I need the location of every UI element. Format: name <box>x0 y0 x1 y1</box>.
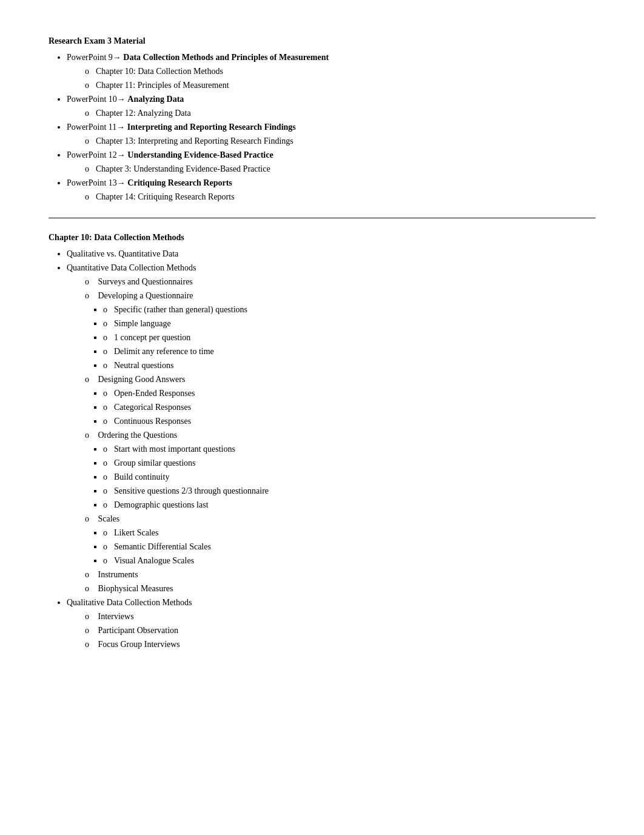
pp10-label: PowerPoint 10 <box>67 95 117 104</box>
detail-text: Demographic questions last <box>114 500 209 509</box>
section1-list: PowerPoint 9→ Data Collection Methods an… <box>49 51 595 203</box>
list-item: Chapter 13: Interpreting and Reporting R… <box>85 135 595 147</box>
subitem-text: Instruments <box>98 570 138 579</box>
pp10-sublist: Chapter 12: Analyzing Data <box>67 107 595 119</box>
subitem-text: Developing a Questionnaire <box>98 291 193 300</box>
list-item: Continuous Responses <box>103 415 595 428</box>
detail-text: Start with most important questions <box>114 444 235 454</box>
detail-text: Likert Scales <box>114 528 158 537</box>
item-text: Qualitative Data Collection Methods <box>67 598 192 607</box>
subitem-text: Interviews <box>98 612 134 621</box>
pp11-label: PowerPoint 11 <box>67 122 116 132</box>
section2: Chapter 10: Data Collection Methods Qual… <box>49 233 595 651</box>
section2-list: Qualitative vs. Quantitative Data Quanti… <box>49 247 595 651</box>
chapter-label: Chapter 12: Analyzing Data <box>96 109 191 118</box>
list-item: Instruments <box>85 568 595 581</box>
qualitative-sublist: Interviews Participant Observation Focus… <box>67 610 595 651</box>
list-item: Biophysical Measures <box>85 582 595 595</box>
list-item: Sensitive questions 2/3 through question… <box>103 485 595 497</box>
list-item: Likert Scales <box>103 526 595 539</box>
list-item: Chapter 14: Critiquing Research Reports <box>85 190 595 203</box>
detail-text: Categorical Responses <box>114 403 191 412</box>
list-item: Quantitative Data Collection Methods Sur… <box>67 261 595 595</box>
subitem-text: Surveys and Questionnaires <box>98 277 193 286</box>
detail-text: Continuous Responses <box>114 417 191 426</box>
list-item: PowerPoint 11→ Interpreting and Reportin… <box>67 121 595 147</box>
list-item: Chapter 3: Understanding Evidence-Based … <box>85 163 595 175</box>
detail-text: Delimit any reference to time <box>114 347 214 356</box>
answers-list: Open-Ended Responses Categorical Respons… <box>85 387 595 428</box>
subitem-text: Focus Group Interviews <box>98 640 180 649</box>
quantitative-sublist: Surveys and Questionnaires Developing a … <box>67 275 595 595</box>
detail-text: Simple language <box>114 319 171 328</box>
list-item: Participant Observation <box>85 624 595 637</box>
list-item: Developing a Questionnaire Specific (rat… <box>85 289 595 372</box>
list-item: PowerPoint 12→ Understanding Evidence-Ba… <box>67 149 595 175</box>
detail-text: Build continuity <box>114 472 169 481</box>
subitem-text: Designing Good Answers <box>98 375 186 384</box>
chapter-label: Chapter 11: Principles of Measurement <box>96 81 229 90</box>
list-item: Qualitative vs. Quantitative Data <box>67 247 595 260</box>
list-item: Delimit any reference to time <box>103 345 595 358</box>
list-item: Chapter 12: Analyzing Data <box>85 107 595 119</box>
chapter-label: Chapter 14: Critiquing Research Reports <box>96 192 235 201</box>
arrow-icon: → <box>117 150 126 159</box>
pp13-sublist: Chapter 14: Critiquing Research Reports <box>67 190 595 203</box>
section1: Research Exam 3 Material PowerPoint 9→ D… <box>49 36 595 203</box>
list-item: Chapter 11: Principles of Measurement <box>85 79 595 92</box>
detail-text: 1 concept per question <box>114 333 190 342</box>
list-item: PowerPoint 10→ Analyzing Data Chapter 12… <box>67 93 595 119</box>
section2-title: Chapter 10: Data Collection Methods <box>49 233 595 243</box>
pp13-bold: Critiquing Research Reports <box>127 178 232 187</box>
list-item: Build continuity <box>103 471 595 483</box>
pp10-bold: Analyzing Data <box>127 95 184 104</box>
arrow-icon: → <box>113 53 121 62</box>
arrow-icon: → <box>117 178 126 187</box>
detail-text: Neutral questions <box>114 361 173 370</box>
arrow-icon: → <box>117 95 126 104</box>
list-item: Ordering the Questions Start with most i… <box>85 429 595 511</box>
subitem-text: Ordering the Questions <box>98 431 178 440</box>
list-item: Qualitative Data Collection Methods Inte… <box>67 596 595 651</box>
list-item: PowerPoint 13→ Critiquing Research Repor… <box>67 176 595 203</box>
list-item: Open-Ended Responses <box>103 387 595 400</box>
developing-list: Specific (rather than general) questions… <box>85 303 595 372</box>
list-item: Visual Analogue Scales <box>103 554 595 567</box>
item-text: Qualitative vs. Quantitative Data <box>67 249 178 258</box>
subitem-text: Scales <box>98 514 120 523</box>
detail-text: Specific (rather than general) questions <box>114 305 247 314</box>
pp9-bold: Data Collection Methods and Principles o… <box>123 53 329 62</box>
detail-text: Group similar questions <box>114 458 196 468</box>
subitem-text: Biophysical Measures <box>98 584 173 593</box>
list-item: Surveys and Questionnaires <box>85 275 595 288</box>
list-item: Specific (rather than general) questions <box>103 303 595 316</box>
list-item: Scales Likert Scales Semantic Differenti… <box>85 512 595 567</box>
list-item: PowerPoint 9→ Data Collection Methods an… <box>67 51 595 92</box>
pp13-label: PowerPoint 13 <box>67 178 117 187</box>
subitem-text: Participant Observation <box>98 626 179 635</box>
detail-text: Sensitive questions 2/3 through question… <box>114 486 269 495</box>
arrow-icon: → <box>116 122 125 132</box>
section1-title: Research Exam 3 Material <box>49 36 595 46</box>
pp11-sublist: Chapter 13: Interpreting and Reporting R… <box>67 135 595 147</box>
pp12-label: PowerPoint 12 <box>67 150 117 159</box>
pp12-sublist: Chapter 3: Understanding Evidence-Based … <box>67 163 595 175</box>
list-item: Demographic questions last <box>103 498 595 511</box>
detail-text: Visual Analogue Scales <box>114 556 194 565</box>
list-item: Focus Group Interviews <box>85 638 595 651</box>
list-item: Simple language <box>103 317 595 330</box>
chapter-label: Chapter 10: Data Collection Methods <box>96 67 223 76</box>
list-item: Interviews <box>85 610 595 623</box>
chapter-label: Chapter 13: Interpreting and Reporting R… <box>96 136 293 146</box>
list-item: Designing Good Answers Open-Ended Respon… <box>85 373 595 428</box>
item-text: Quantitative Data Collection Methods <box>67 263 196 272</box>
pp12-bold: Understanding Evidence-Based Practice <box>127 150 273 159</box>
list-item: 1 concept per question <box>103 331 595 344</box>
detail-text: Semantic Differential Scales <box>114 542 211 551</box>
chapter-label: Chapter 3: Understanding Evidence-Based … <box>96 164 270 173</box>
scales-list: Likert Scales Semantic Differential Scal… <box>85 526 595 567</box>
list-item: Neutral questions <box>103 359 595 372</box>
list-item: Chapter 10: Data Collection Methods <box>85 65 595 78</box>
list-item: Categorical Responses <box>103 401 595 414</box>
list-item: Semantic Differential Scales <box>103 540 595 553</box>
